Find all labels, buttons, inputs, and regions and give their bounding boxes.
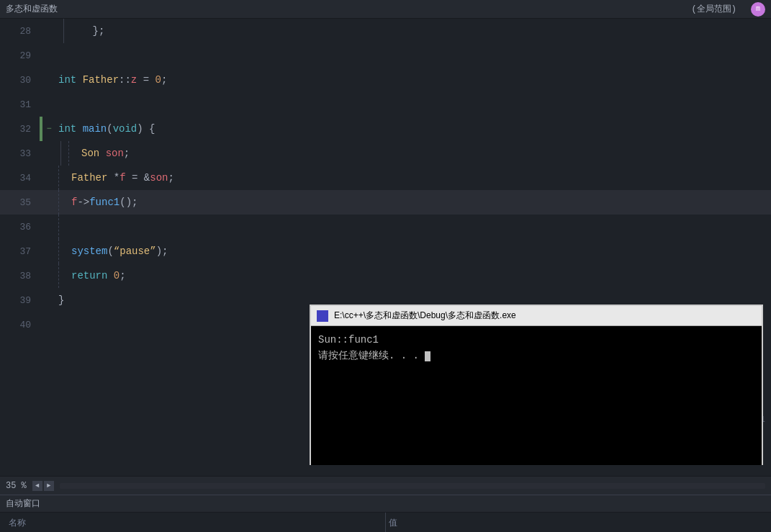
zoom-level: 35 %	[6, 481, 27, 491]
fold-28	[42, 19, 55, 43]
status-bar: 35 % ◄ ►	[0, 476, 771, 495]
line-num-39: 39	[0, 295, 40, 306]
line-num-37: 37	[0, 246, 40, 257]
col-header-name: 名称	[6, 513, 386, 532]
code-39: }	[55, 294, 64, 306]
code-editor: 28 }; 29 30 int Father::z = 0;	[0, 19, 771, 465]
console-body: Sun::func1 请按任意键继续. . .	[311, 326, 762, 465]
code-line-32: 32 − int main(void) {	[0, 117, 771, 141]
code-line-30: 30 int Father::z = 0;	[0, 68, 771, 92]
code-lines: 28 }; 29 30 int Father::z = 0;	[0, 19, 771, 337]
code-30: int Father::z = 0;	[55, 74, 167, 86]
line-num-33: 33	[0, 148, 40, 159]
code-38: return 0;	[55, 263, 126, 288]
fold-29	[42, 43, 55, 68]
code-line-31: 31	[0, 92, 771, 117]
fold-32[interactable]: −	[42, 117, 55, 141]
fold-33	[42, 141, 55, 166]
fold-38	[42, 263, 55, 288]
code-36	[55, 215, 67, 239]
horizontal-scrollbar[interactable]	[60, 483, 765, 489]
code-37: system(“pause”);	[55, 239, 168, 263]
bottom-panel-header: 自动窗口	[0, 495, 771, 513]
scope-label: (全局范围)	[692, 3, 736, 15]
fold-31	[42, 92, 55, 117]
line-num-29: 29	[0, 50, 40, 61]
console-window: E:\cc++\多态和虚函数\Debug\多态和虚函数.exe Sun::fun…	[310, 305, 763, 465]
fold-39	[42, 288, 55, 312]
user-avatar[interactable]: m	[751, 2, 765, 17]
code-line-33: 33 Son son;	[0, 141, 771, 166]
code-line-29: 29	[0, 43, 771, 68]
bottom-panel: 自动窗口 名称 值	[0, 495, 771, 532]
scroll-arrows: ◄ ►	[32, 481, 54, 491]
line-num-32: 32	[0, 124, 40, 135]
code-line-36: 36	[0, 215, 771, 239]
code-line-35: 35 f->func1();	[0, 190, 771, 215]
line-num-38: 38	[0, 271, 40, 281]
scroll-right-button[interactable]: ►	[44, 481, 54, 491]
bottom-panel-title: 自动窗口	[6, 497, 40, 510]
code-32: int main(void) {	[55, 123, 155, 135]
code-28: };	[55, 19, 104, 43]
console-cursor	[425, 351, 430, 361]
code-line-28: 28 };	[0, 19, 771, 43]
editor-title: 多态和虚函数	[6, 3, 692, 15]
console-title: E:\cc++\多态和虚函数\Debug\多态和虚函数.exe	[334, 310, 756, 322]
code-33: Son son;	[66, 141, 130, 166]
console-output-line2: 请按任意键继续. . .	[318, 348, 754, 364]
col-header-value: 值	[386, 513, 765, 532]
code-line-34: 34 Father *f = &son;	[0, 166, 771, 190]
console-output-line1: Sun::func1	[318, 332, 754, 348]
console-titlebar: E:\cc++\多态和虚函数\Debug\多态和虚函数.exe	[311, 306, 762, 326]
line-num-35: 35	[0, 197, 40, 208]
top-bar: 多态和虚函数 (全局范围) m	[0, 0, 771, 19]
line-num-31: 31	[0, 99, 40, 110]
line-num-28: 28	[0, 26, 40, 37]
fold-36	[42, 215, 55, 239]
bottom-panel-columns: 名称 值	[0, 513, 771, 532]
line-num-36: 36	[0, 222, 40, 233]
fold-34	[42, 166, 55, 190]
fold-40	[42, 312, 55, 337]
code-line-38: 38 return 0;	[0, 263, 771, 288]
line-num-34: 34	[0, 173, 40, 184]
fold-37	[42, 239, 55, 263]
line-num-40: 40	[0, 320, 40, 330]
console-app-icon	[317, 310, 328, 322]
code-line-37: 37 system(“pause”);	[0, 239, 771, 263]
code-34: Father *f = &son;	[55, 166, 174, 190]
fold-30	[42, 68, 55, 92]
scroll-left-button[interactable]: ◄	[32, 481, 42, 491]
code-35: f->func1();	[55, 190, 137, 215]
fold-35	[42, 190, 55, 215]
line-num-30: 30	[0, 75, 40, 86]
